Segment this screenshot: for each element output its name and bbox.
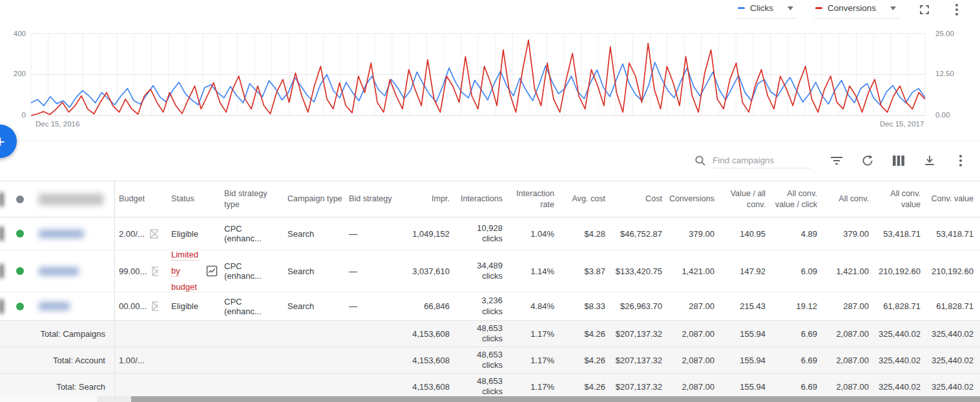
left-axis-tick-200: 200 [0, 70, 26, 77]
plus-icon: + [0, 132, 5, 151]
blurred-campaign-name[interactable] [39, 302, 70, 310]
column-header-ctype[interactable]: Campaign type [282, 181, 344, 217]
columns-button[interactable] [891, 153, 906, 168]
column-header-name [30, 181, 114, 217]
chart-more-options-button[interactable] [949, 2, 964, 17]
irate-value: 1.04% [530, 229, 554, 239]
total-avgcost-value: $4.26 [584, 382, 605, 392]
edit-budget-icon[interactable] [152, 266, 158, 276]
metric-selector-clicks[interactable]: Clicks [736, 1, 797, 19]
acv-value: 53,418.71 [883, 229, 921, 239]
checkbox-partial [0, 264, 3, 278]
column-header-irate[interactable]: Interaction rate [506, 181, 558, 217]
row-checkbox[interactable] [0, 292, 12, 320]
column-header-vac[interactable]: Value / all conv. [718, 181, 769, 217]
column-header-allconv[interactable]: All conv. [821, 181, 873, 217]
campaign-row: 99.00...LimitedbybudgetCPC (enhanc...Sea… [0, 250, 980, 292]
interactions-value: 48,653clicks [477, 323, 503, 345]
total-allconv-value: 2,087.00 [836, 329, 869, 339]
vac-value: 215.43 [740, 301, 766, 311]
blurred-campaign-name[interactable] [39, 267, 79, 276]
campaign-status-dot[interactable] [16, 303, 24, 310]
column-header-inter[interactable]: Interactions [454, 181, 506, 217]
scrollbar-track [97, 396, 132, 402]
column-header-bstype[interactable]: Bid strategy type [218, 181, 282, 217]
total-cost-value: $207,137.32 [616, 329, 662, 339]
expand-chart-button[interactable] [917, 2, 932, 17]
row-checkbox[interactable] [0, 217, 12, 250]
filter-icon [829, 156, 844, 166]
checkbox-partial [0, 226, 3, 241]
scrollbar-thumb[interactable] [131, 396, 980, 402]
status-limited-by-budget[interactable]: Limitedbybudget [171, 250, 218, 292]
column-header-label: Budget [119, 194, 145, 204]
download-button[interactable] [922, 153, 937, 168]
edit-budget-icon[interactable] [150, 229, 158, 239]
bstrat-value: — [349, 229, 357, 239]
budget-cell: 00.00... [119, 301, 158, 311]
status-word[interactable]: by [171, 266, 180, 277]
avgcost-value: $3.87 [584, 266, 605, 276]
refresh-button[interactable] [860, 153, 875, 168]
conversions-legend-label: Conversions [828, 3, 876, 13]
column-header-avgcost[interactable]: Avg. cost [558, 181, 609, 217]
column-header-label: Status [171, 194, 194, 204]
right-axis-tick-25: 25.00 [935, 30, 954, 37]
horizontal-scrollbar [0, 396, 980, 402]
column-header-acv[interactable]: All conv. value [873, 181, 924, 217]
total-allconv-value: 2,087.00 [836, 356, 869, 365]
clicks-series-swatch [738, 7, 745, 9]
campaign-status-dot[interactable] [16, 267, 24, 275]
total-row: Total: Account1.00/...4,153,60848,653cli… [0, 347, 980, 374]
refresh-icon [861, 154, 874, 167]
column-header-label: Value / all conv. [718, 188, 766, 210]
search-input[interactable] [713, 153, 811, 168]
metric-selector-conversions[interactable]: Conversions [814, 1, 900, 19]
column-header-status[interactable]: Status [158, 181, 218, 217]
total-vac-value: 155.94 [740, 382, 766, 392]
blurred-campaign-name[interactable] [39, 230, 84, 238]
bid-strategy-chart-icon[interactable] [206, 265, 218, 277]
column-header-bstrat[interactable]: Bid strategy [344, 181, 401, 217]
status-word[interactable]: Limited [171, 250, 198, 261]
budget-cell: 99.00... [119, 266, 158, 276]
bstype-value: CPC (enhanc... [224, 261, 278, 281]
row-checkbox[interactable] [0, 250, 12, 292]
column-header-cost[interactable]: Cost [609, 181, 666, 217]
avgcost-value: $8.33 [584, 301, 605, 311]
performance-chart: Clicks Conversions 400 200 0 25.00 12.50… [0, 0, 980, 141]
x-axis-start-date: Dec 15, 2016 [36, 120, 79, 128]
acv-value: 210,192.60 [879, 266, 921, 276]
column-header-label: Avg. cost [572, 194, 605, 204]
acvc-value: 4.89 [801, 229, 817, 239]
total-conv-value: 2,087.00 [682, 329, 714, 339]
conversions-series-swatch [815, 7, 822, 9]
checkbox-partial [0, 299, 3, 314]
column-header-acvc[interactable]: All conv. value / click [769, 181, 821, 217]
column-header-budget[interactable]: Budget [114, 181, 158, 217]
table-more-options-button[interactable] [953, 153, 968, 168]
status-word[interactable]: budget [171, 282, 197, 292]
campaign-status-dot[interactable] [16, 230, 24, 237]
cost-value: $46,752.87 [620, 229, 662, 239]
irate-value: 1.14% [530, 266, 554, 276]
column-header-impr[interactable]: Impr. [401, 181, 454, 217]
total-avgcost-value: $4.26 [584, 329, 605, 339]
left-axis-tick-400: 400 [0, 30, 26, 37]
interactions-value: 10,928clicks [477, 223, 503, 245]
bstype-value: CPC (enhanc... [224, 297, 278, 316]
allconv-value: 1,421.00 [836, 266, 869, 276]
clicks-legend-label: Clicks [750, 3, 773, 13]
filter-button[interactable] [829, 153, 844, 168]
edit-budget-icon[interactable] [152, 301, 158, 311]
total-allconv-value: 2,087.00 [836, 382, 869, 392]
interactions-value: 48,653clicks [477, 350, 503, 371]
column-header-conv[interactable]: Conversions [666, 181, 718, 217]
budget-value: 2.00/... [119, 229, 145, 239]
select-all-checkbox[interactable] [0, 181, 12, 217]
total-avgcost-value: $4.26 [584, 356, 605, 365]
blurred-campaign-column-header [39, 194, 103, 205]
column-header-convval[interactable]: Conv. value [924, 181, 980, 217]
total-row-label: Total: Campaigns [41, 329, 105, 339]
irate-value: 4.84% [530, 301, 554, 311]
